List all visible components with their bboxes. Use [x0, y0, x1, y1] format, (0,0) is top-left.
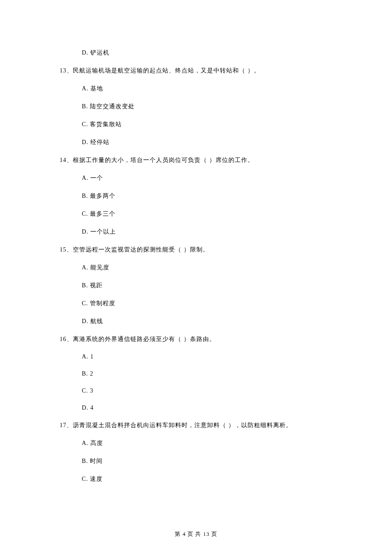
page-footer: 第 4 页 共 13 页 [0, 530, 392, 538]
question-16-stem: 16、离港系统的外界通信链路必须至少有（ ）条路由。 [60, 335, 332, 343]
question-14-option-d: D. 一个以上 [82, 228, 332, 236]
question-13-stem: 13、民航运输机场是航空运输的起点站、终点站，又是中转站和（ ）。 [60, 67, 332, 75]
question-17-stem: 17、沥青混凝土混合料拌合机向运料车卸料时，注意卸料（ ），以防粗细料离析。 [60, 422, 332, 429]
question-14-option-a: A. 一个 [82, 174, 332, 182]
page-content: D. 铲运机 13、民航运输机场是航空运输的起点站、终点站，又是中转站和（ ）。… [0, 0, 392, 483]
orphan-option: D. 铲运机 [82, 49, 332, 57]
question-13-option-d: D. 经停站 [82, 139, 332, 146]
question-16-option-a: A. 1 [82, 353, 332, 360]
question-14-option-b: B. 最多两个 [82, 192, 332, 200]
question-16-option-b: B. 2 [82, 370, 332, 377]
question-15-stem: 15、空管远程一次监视雷达的探测性能受（ ）限制。 [60, 246, 332, 254]
question-17-option-b: B. 时间 [82, 457, 332, 465]
question-17-option-a: A. 高度 [82, 439, 332, 447]
question-16-option-d: D. 4 [82, 405, 332, 411]
question-13-option-b: B. 陆空交通改变处 [82, 103, 332, 110]
question-14-option-c: C. 最多三个 [82, 210, 332, 218]
question-14-stem: 14、根据工作量的大小，塔台一个人员岗位可负责（ ）席位的工作。 [60, 156, 332, 164]
question-13-option-c: C. 客货集散站 [82, 121, 332, 128]
question-15-option-a: A. 能见度 [82, 264, 332, 272]
question-13-option-a: A. 基地 [82, 85, 332, 92]
question-15-option-d: D. 航线 [82, 318, 332, 325]
question-15-option-b: B. 视距 [82, 282, 332, 289]
question-15-option-c: C. 管制程度 [82, 300, 332, 307]
question-17-option-c: C. 速度 [82, 475, 332, 483]
question-16-option-c: C. 3 [82, 387, 332, 394]
